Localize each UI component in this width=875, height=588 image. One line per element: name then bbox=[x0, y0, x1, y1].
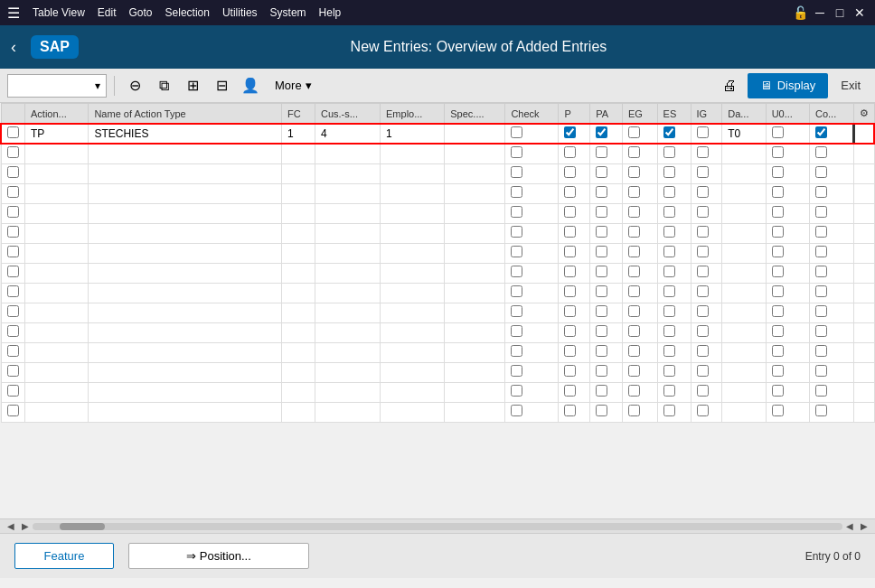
u0-cb[interactable] bbox=[772, 206, 784, 218]
u0-cb[interactable] bbox=[772, 146, 784, 158]
check-cb[interactable] bbox=[511, 325, 522, 337]
co-cb[interactable] bbox=[815, 345, 827, 357]
u0-cb[interactable] bbox=[772, 246, 784, 257]
row-checkbox[interactable] bbox=[7, 166, 19, 178]
menu-table-view[interactable]: Table View bbox=[27, 5, 90, 21]
co-cb[interactable] bbox=[815, 146, 827, 158]
es-cb[interactable] bbox=[663, 246, 675, 257]
p-checkbox[interactable] bbox=[564, 126, 576, 138]
eg-cb[interactable] bbox=[628, 405, 640, 416]
user-icon[interactable]: 👤 bbox=[238, 73, 263, 98]
u0-cb[interactable] bbox=[772, 385, 784, 397]
toolbar-dropdown[interactable]: ▾ bbox=[7, 74, 107, 98]
eg-cb[interactable] bbox=[628, 385, 640, 397]
row-checkbox[interactable] bbox=[7, 345, 19, 357]
check-cb[interactable] bbox=[511, 186, 522, 198]
print-icon[interactable]: 🖨 bbox=[717, 73, 742, 98]
ig-cb[interactable] bbox=[697, 325, 709, 337]
check-cb[interactable] bbox=[511, 246, 522, 257]
co-cb[interactable] bbox=[815, 266, 827, 277]
eg-cb[interactable] bbox=[628, 166, 640, 178]
ig-cb[interactable] bbox=[697, 186, 709, 198]
eg-cb[interactable] bbox=[628, 206, 640, 218]
u0-cell[interactable] bbox=[766, 124, 809, 144]
menu-utilities[interactable]: Utilities bbox=[217, 5, 263, 21]
co-checkbox[interactable] bbox=[815, 126, 827, 138]
eg-cb[interactable] bbox=[628, 146, 640, 158]
check-cb[interactable] bbox=[511, 345, 522, 357]
row-checkbox[interactable] bbox=[7, 246, 19, 257]
u0-cb[interactable] bbox=[772, 325, 784, 337]
ig-cb[interactable] bbox=[697, 246, 709, 257]
es-cb[interactable] bbox=[663, 305, 675, 317]
co-cb[interactable] bbox=[815, 405, 827, 416]
row-checkbox[interactable] bbox=[7, 385, 19, 397]
eg-cb[interactable] bbox=[628, 266, 640, 277]
check-cb[interactable] bbox=[511, 405, 522, 416]
row-checkbox[interactable] bbox=[7, 325, 19, 337]
pa-cb[interactable] bbox=[596, 345, 607, 357]
check-checkbox[interactable] bbox=[511, 126, 522, 138]
h-scroll-thumb[interactable] bbox=[60, 523, 105, 530]
pa-cb[interactable] bbox=[596, 166, 607, 178]
p-cb[interactable] bbox=[564, 246, 576, 257]
row-checkbox[interactable] bbox=[7, 305, 19, 317]
pa-cb[interactable] bbox=[596, 146, 607, 158]
row-checkbox[interactable] bbox=[7, 226, 19, 238]
check-cb[interactable] bbox=[511, 385, 522, 397]
table-row[interactable]: TP STECHIES 1 4 1 T0 bbox=[1, 124, 874, 144]
maximize-button[interactable]: □ bbox=[832, 5, 848, 21]
row-select-cell[interactable] bbox=[1, 124, 25, 144]
menu-help[interactable]: Help bbox=[314, 5, 347, 21]
es-cb[interactable] bbox=[663, 285, 675, 297]
eg-cell[interactable] bbox=[622, 124, 657, 144]
u0-cb[interactable] bbox=[772, 285, 784, 297]
pa-cb[interactable] bbox=[596, 226, 607, 238]
pa-cb[interactable] bbox=[596, 325, 607, 337]
u0-cb[interactable] bbox=[772, 186, 784, 198]
es-checkbox[interactable] bbox=[663, 126, 675, 138]
p-cb[interactable] bbox=[564, 285, 576, 297]
p-cb[interactable] bbox=[564, 305, 576, 317]
co-cb[interactable] bbox=[815, 226, 827, 238]
menu-selection[interactable]: Selection bbox=[160, 5, 215, 21]
eg-checkbox[interactable] bbox=[628, 126, 640, 138]
ig-cell[interactable] bbox=[691, 124, 722, 144]
scroll-right-end-icon[interactable]: ◀ bbox=[842, 521, 857, 531]
display-button[interactable]: 🖥 Display bbox=[748, 73, 829, 98]
horizontal-scrollbar[interactable]: ◀ ▶ ◀ ▶ bbox=[0, 518, 875, 533]
ig-cb[interactable] bbox=[697, 305, 709, 317]
ig-cb[interactable] bbox=[697, 166, 709, 178]
co-cell[interactable] bbox=[810, 124, 854, 144]
co-cb[interactable] bbox=[815, 385, 827, 397]
row-checkbox[interactable] bbox=[7, 405, 19, 416]
check-cb[interactable] bbox=[511, 206, 522, 218]
check-cb[interactable] bbox=[511, 365, 522, 377]
es-cb[interactable] bbox=[663, 365, 675, 377]
row-checkbox[interactable] bbox=[7, 126, 19, 138]
check-cb[interactable] bbox=[511, 266, 522, 277]
eg-cb[interactable] bbox=[628, 365, 640, 377]
check-cb[interactable] bbox=[511, 166, 522, 178]
co-cb[interactable] bbox=[815, 285, 827, 297]
check-cb[interactable] bbox=[511, 226, 522, 238]
p-cb[interactable] bbox=[564, 385, 576, 397]
row-checkbox[interactable] bbox=[7, 146, 19, 158]
col-settings[interactable]: ⚙ bbox=[853, 104, 874, 125]
p-cb[interactable] bbox=[564, 206, 576, 218]
co-cb[interactable] bbox=[815, 166, 827, 178]
p-cb[interactable] bbox=[564, 166, 576, 178]
es-cb[interactable] bbox=[663, 166, 675, 178]
row-checkbox[interactable] bbox=[7, 365, 19, 377]
co-cb[interactable] bbox=[815, 206, 827, 218]
eg-cb[interactable] bbox=[628, 345, 640, 357]
row-checkbox[interactable] bbox=[7, 266, 19, 277]
u0-checkbox[interactable] bbox=[772, 126, 784, 138]
eg-cb[interactable] bbox=[628, 285, 640, 297]
co-cb[interactable] bbox=[815, 305, 827, 317]
minus-icon[interactable]: ⊖ bbox=[122, 73, 147, 98]
pa-checkbox[interactable] bbox=[596, 126, 607, 138]
pa-cb[interactable] bbox=[596, 266, 607, 277]
position-button[interactable]: ⇒ Position... bbox=[128, 543, 309, 569]
scroll-left-end-icon[interactable]: ▶ bbox=[857, 521, 871, 531]
